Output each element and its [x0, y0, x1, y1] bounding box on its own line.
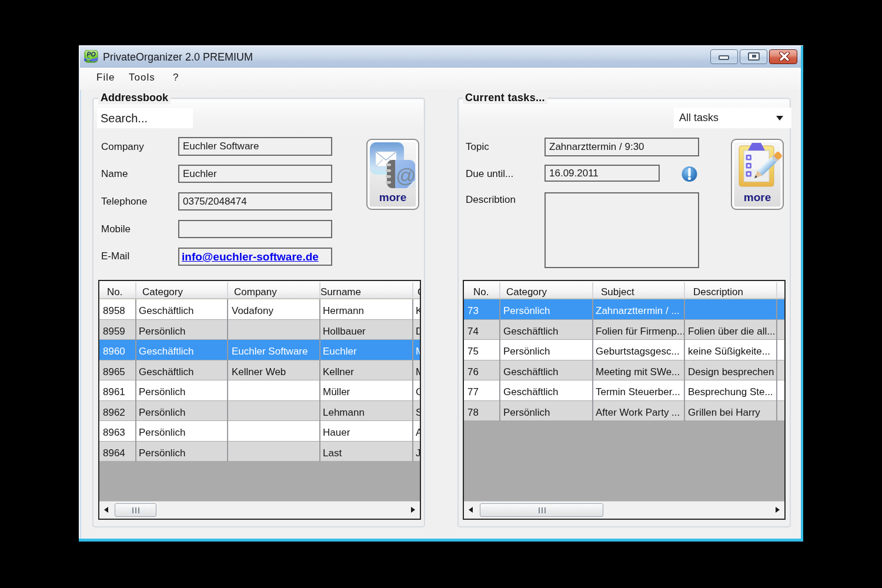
svg-text:PO: PO: [87, 51, 96, 58]
